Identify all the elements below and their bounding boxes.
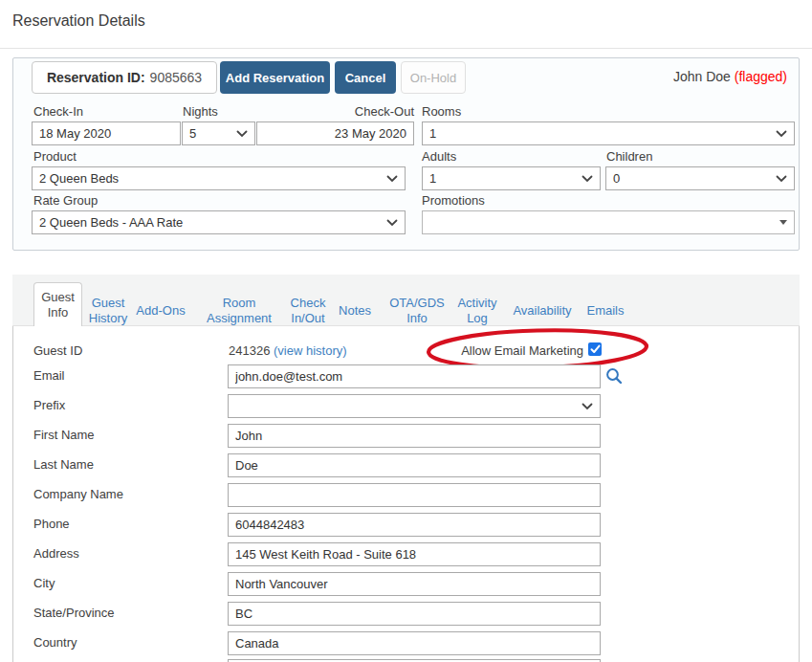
guest-id-value: 241326 xyxy=(229,343,270,358)
nights-label: Nights xyxy=(183,104,218,120)
reservation-id-box: Reservation ID: 9085663 xyxy=(32,61,217,94)
tab-emails[interactable]: Emails xyxy=(582,303,628,319)
guest-id-row: 241326 (view history) xyxy=(229,343,347,358)
product-select[interactable]: 2 Queen Beds xyxy=(32,166,406,190)
tab-add-ons[interactable]: Add-Ons xyxy=(133,303,188,319)
company-name-input[interactable] xyxy=(228,483,601,507)
tab-check-in-out[interactable]: Check In/Out xyxy=(282,296,334,326)
divider xyxy=(0,48,812,49)
check-in-label: Check-In xyxy=(33,104,83,120)
chevron-down-icon xyxy=(386,175,398,183)
rate-group-label: Rate Group xyxy=(33,193,98,209)
tab-activity-log[interactable]: Activity Log xyxy=(452,296,502,326)
promotions-label: Promotions xyxy=(422,193,485,209)
address-input[interactable] xyxy=(228,542,601,566)
page-title: Reservation Details xyxy=(12,12,145,30)
tab-notes[interactable]: Notes xyxy=(334,303,376,319)
children-select[interactable]: 0 xyxy=(605,166,795,190)
chevron-down-icon xyxy=(776,175,787,183)
country-input[interactable] xyxy=(228,631,601,655)
last-name-label: Last Name xyxy=(33,457,94,473)
tab-room-assignment[interactable]: Room Assignment xyxy=(195,296,283,326)
state-province-label: State/Province xyxy=(33,606,115,621)
first-name-input[interactable] xyxy=(228,424,601,448)
promotions-combobox[interactable] xyxy=(422,210,795,234)
checkmark-icon xyxy=(590,344,601,354)
check-in-input[interactable] xyxy=(32,121,181,145)
view-history-link[interactable]: (view history) xyxy=(274,343,347,358)
check-out-label: Check-Out xyxy=(318,104,414,120)
guest-id-label: Guest ID xyxy=(33,343,82,359)
prefix-select[interactable] xyxy=(228,394,601,418)
tab-ota-gds-info[interactable]: OTA/GDS Info xyxy=(386,296,448,326)
cancel-button[interactable]: Cancel xyxy=(335,61,396,94)
chevron-down-icon xyxy=(582,403,593,410)
add-reservation-button[interactable]: Add Reservation xyxy=(220,61,330,94)
chevron-down-icon xyxy=(582,175,593,183)
phone-input[interactable] xyxy=(228,513,601,537)
email-label: Email xyxy=(33,368,65,384)
reservation-id-label: Reservation ID: xyxy=(47,70,145,85)
adults-label: Adults xyxy=(422,149,456,165)
on-hold-button: On-Hold xyxy=(401,61,466,94)
last-name-input[interactable] xyxy=(228,453,601,477)
chevron-down-icon xyxy=(236,130,248,138)
state-province-input[interactable] xyxy=(228,602,601,626)
reservation-id-value: 9085663 xyxy=(150,70,203,85)
allow-email-marketing-checkbox[interactable] xyxy=(588,342,602,356)
flagged-badge: (flagged) xyxy=(735,69,787,84)
adults-select[interactable]: 1 xyxy=(422,166,601,190)
first-name-label: First Name xyxy=(33,428,95,443)
children-label: Children xyxy=(606,149,652,165)
email-input[interactable] xyxy=(228,364,601,388)
country-label: Country xyxy=(33,635,77,651)
rooms-label: Rooms xyxy=(422,104,461,120)
tab-guest-history[interactable]: Guest History xyxy=(82,296,134,326)
tab-guest-info[interactable]: Guest Info xyxy=(33,282,82,326)
check-out-input[interactable] xyxy=(256,121,414,145)
rooms-select[interactable]: 1 xyxy=(422,121,795,145)
reservation-details-page: Reservation Details Reservation ID: 9085… xyxy=(0,0,812,662)
phone-label: Phone xyxy=(33,517,70,532)
chevron-down-icon xyxy=(776,130,787,138)
chevron-down-icon xyxy=(386,219,398,227)
product-label: Product xyxy=(33,149,77,165)
address-label: Address xyxy=(33,546,79,562)
dropdown-arrow-icon xyxy=(779,220,787,225)
company-name-label: Company Name xyxy=(33,487,123,502)
email-search-button[interactable] xyxy=(605,367,623,387)
allow-email-marketing-label: Allow Email Marketing xyxy=(440,343,583,359)
city-input[interactable] xyxy=(228,572,601,596)
prefix-label: Prefix xyxy=(33,398,65,413)
search-icon xyxy=(605,367,623,385)
guest-name: John Doe xyxy=(673,69,731,84)
rate-group-select[interactable]: 2 Queen Beds - AAA Rate xyxy=(32,210,406,234)
city-label: City xyxy=(33,576,55,591)
guest-name-flag: John Doe (flagged) xyxy=(673,69,787,84)
nights-select[interactable]: 5 xyxy=(182,121,255,145)
tab-availability[interactable]: Availability xyxy=(509,303,576,319)
